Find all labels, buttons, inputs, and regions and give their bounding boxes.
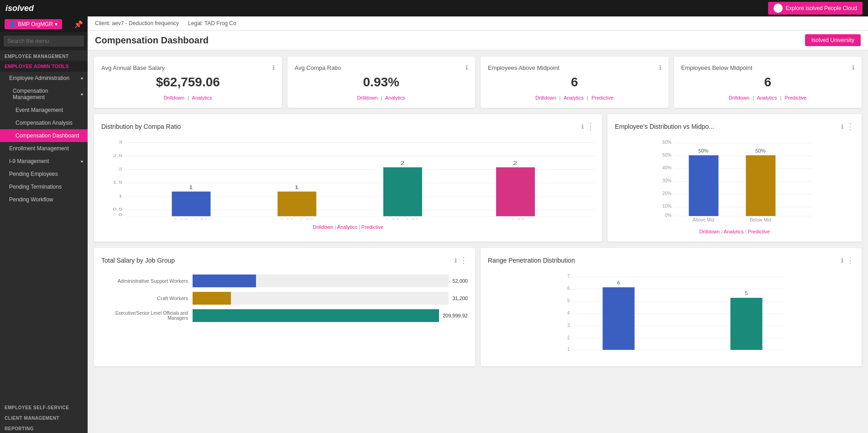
svg-text:5: 5 <box>567 298 570 303</box>
analytics-link[interactable]: Analytics <box>385 95 405 100</box>
svg-text:1.26 - 1.30: 1.26 - 1.30 <box>386 217 419 219</box>
kpi-links-below-midpoint: Drilldown | Analytics | Predictive <box>681 95 855 100</box>
sidebar-search-container <box>0 32 88 50</box>
analytics-link[interactable]: Analytics <box>724 229 744 234</box>
hbar-value-admin: 52,000 <box>452 278 468 284</box>
hbar-item-craft: Craft Workers 31,200 <box>101 292 468 305</box>
drilldown-link[interactable]: Drilldown <box>699 229 720 234</box>
sidebar-item-pending-terminations[interactable]: Pending Terminations <box>0 180 88 193</box>
svg-text:1: 1 <box>567 347 570 352</box>
sidebar-section-client-mgmt: CLIENT MANAGEMENT <box>0 412 88 422</box>
sidebar-item-pending-employees[interactable]: Pending Employees <box>0 168 88 180</box>
svg-text:0: 0 <box>119 212 123 217</box>
chart-salary-job-group: Total Salary by Job Group ℹ ⋮ Administra… <box>94 248 475 366</box>
drilldown-link[interactable]: Drilldown <box>357 95 377 100</box>
svg-rect-60 <box>603 287 635 350</box>
explore-icon <box>774 4 783 13</box>
top-bar-right: Explore isolved People Cloud <box>768 2 863 15</box>
predictive-link[interactable]: Predictive <box>784 95 806 100</box>
sidebar-section-reporting: REPORTING <box>0 422 88 433</box>
svg-text:7: 7 <box>567 274 570 279</box>
predictive-link[interactable]: Predictive <box>361 224 383 230</box>
svg-text:2: 2 <box>567 335 570 340</box>
info-icon[interactable]: ℹ <box>272 64 275 71</box>
kpi-value-above-midpoint: 6 <box>488 75 661 90</box>
kpi-row: Avg Annual Base Salary ℹ $62,759.06 Dril… <box>94 57 862 108</box>
search-input[interactable] <box>4 36 84 47</box>
drilldown-link[interactable]: Drilldown <box>164 95 184 100</box>
chart-compa-footer: Drilldown | Analytics | Predictive <box>101 224 595 230</box>
svg-text:1: 1 <box>188 185 193 190</box>
range-penetration-chart-svg: 7 6 5 4 3 2 1 <box>488 271 854 358</box>
kpi-header-compa-ratio: Avg Compa Ratio ℹ <box>295 64 468 71</box>
chart-compa-ratio: Distribution by Compa Ratio ℹ ⋮ 3 2.5 2 … <box>94 114 602 242</box>
svg-text:30%: 30% <box>663 178 672 183</box>
info-icon[interactable]: ℹ <box>852 64 854 71</box>
sidebar-item-event-mgmt[interactable]: Event Management <box>0 104 88 116</box>
more-icon[interactable]: ⋮ <box>846 121 854 132</box>
drilldown-link[interactable]: Drilldown <box>535 95 556 100</box>
info-icon[interactable]: ℹ <box>841 257 843 264</box>
sidebar-item-compensation-mgmt[interactable]: Compensation Management ▾ <box>0 84 88 104</box>
svg-text:1: 1 <box>294 185 299 190</box>
svg-text:50%: 50% <box>699 148 709 153</box>
svg-text:0.5: 0.5 <box>113 206 122 211</box>
chart-dist-footer: Drilldown | Analytics | Predictive <box>615 229 854 234</box>
svg-rect-17 <box>277 191 316 216</box>
sidebar-item-compensation-analysis[interactable]: Compensation Analysis <box>0 116 88 129</box>
chevron-icon: ▾ <box>81 92 83 97</box>
hbar-item-exec: Executive/Senior Level Officials and Man… <box>101 309 468 322</box>
info-icon[interactable]: ℹ <box>659 64 661 71</box>
svg-text:Above Mid: Above Mid <box>693 217 714 222</box>
svg-text:4: 4 <box>567 311 570 316</box>
sidebar-item-enrollment-mgmt[interactable]: Enrollment Management <box>0 142 88 155</box>
chart-dist-actions: ℹ ⋮ <box>841 121 854 132</box>
sidebar-item-pending-workflow[interactable]: Pending Workflow <box>0 193 88 206</box>
more-icon[interactable]: ⋮ <box>586 121 595 132</box>
analytics-link[interactable]: Analytics <box>192 95 212 100</box>
hbar-fill-admin <box>193 275 256 287</box>
more-icon[interactable]: ⋮ <box>460 255 468 265</box>
charts-row-1: Distribution by Compa Ratio ℹ ⋮ 3 2.5 2 … <box>94 114 862 242</box>
info-icon[interactable]: ℹ <box>455 257 457 264</box>
svg-text:20%: 20% <box>663 191 672 196</box>
sidebar-item-employee-admin[interactable]: Employee Administration ▾ <box>0 72 88 84</box>
chevron-icon: ▾ <box>81 159 83 164</box>
explore-button[interactable]: Explore isolved People Cloud <box>768 2 863 15</box>
svg-text:50%: 50% <box>756 148 766 153</box>
svg-text:1.5: 1.5 <box>113 180 122 185</box>
predictive-link[interactable]: Predictive <box>591 95 613 100</box>
svg-text:60%: 60% <box>663 140 672 145</box>
sidebar-item-i9-mgmt[interactable]: I-9 Management ▾ <box>0 155 88 168</box>
chart-salary-actions: ℹ ⋮ <box>455 255 468 265</box>
sidebar-section-admin-tools[interactable]: EMPLOYEE ADMIN TOOLS <box>0 61 88 72</box>
more-icon[interactable]: ⋮ <box>846 255 854 265</box>
pin-icon[interactable]: 📌 <box>74 20 83 29</box>
analytics-link[interactable]: Analytics <box>757 95 777 100</box>
org-mgr-button[interactable]: 👤 BMP OrgMGR ▾ <box>5 19 62 29</box>
chart-compa-ratio-actions: ℹ ⋮ <box>581 121 595 132</box>
hbar-value-exec: 209,999.92 <box>443 313 468 318</box>
analytics-link[interactable]: Analytics <box>337 224 357 230</box>
isolved-university-button[interactable]: Isolved University <box>805 34 861 46</box>
chevron-icon: ▾ <box>81 76 83 81</box>
info-icon[interactable]: ℹ <box>465 64 468 71</box>
chart-dist-title: Employee's Distribution vs Midpo... <box>615 123 714 130</box>
hbar-fill-exec <box>193 309 439 322</box>
predictive-link[interactable]: Predictive <box>748 229 770 234</box>
info-icon[interactable]: ℹ <box>581 123 584 130</box>
hbar-track-craft <box>193 292 449 305</box>
drilldown-link[interactable]: Drilldown <box>729 95 749 100</box>
sidebar-item-compensation-dashboard[interactable]: Compensation Dashboard <box>0 129 88 142</box>
hbar-label-exec: Executive/Senior Level Officials and Man… <box>101 311 193 321</box>
svg-text:Below Mid: Below Mid <box>750 217 771 222</box>
kpi-header-below-midpoint: Employees Below Midpoint ℹ <box>681 64 855 71</box>
sidebar: 👤 BMP OrgMGR ▾ 📌 EMPLOYEE MANAGEMENT EMP… <box>0 16 88 433</box>
info-icon[interactable]: ℹ <box>841 123 843 130</box>
kpi-card-compa-ratio: Avg Compa Ratio ℹ 0.93% Drilldown | Anal… <box>288 57 476 108</box>
analytics-link[interactable]: Analytics <box>564 95 584 100</box>
svg-text:1.16 - 1.20: 1.16 - 1.20 <box>174 217 208 219</box>
hbar-track-exec <box>193 309 439 322</box>
bottom-charts-row: Total Salary by Job Group ℹ ⋮ Administra… <box>94 248 862 366</box>
drilldown-link[interactable]: Drilldown <box>313 224 333 230</box>
